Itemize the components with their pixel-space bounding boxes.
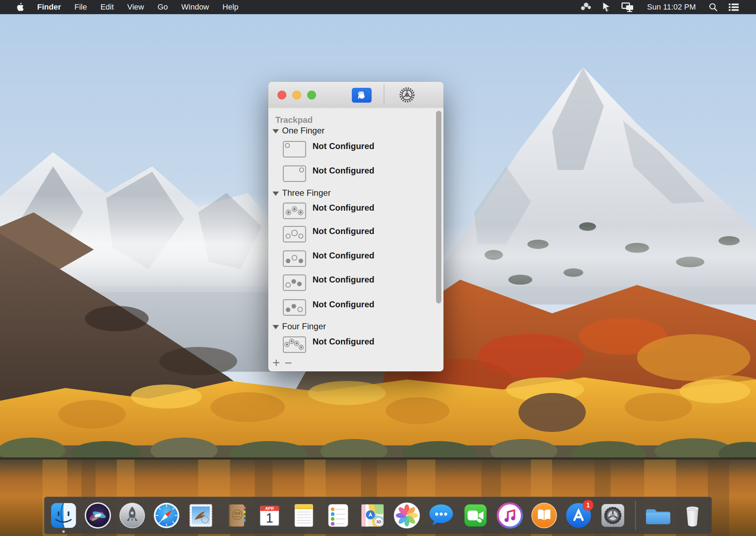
maps-icon: 3D [359, 502, 386, 529]
messages-icon [428, 502, 455, 529]
running-indicator [62, 530, 65, 533]
gesture-row[interactable]: Not Configured [283, 165, 374, 182]
displays-status[interactable] [622, 2, 634, 12]
four-finger-click-icon [283, 336, 306, 353]
trash-icon [679, 502, 706, 529]
dock-app-store[interactable]: 1 [565, 501, 593, 530]
menu-view[interactable]: View [121, 0, 151, 14]
menu-bar-left: Finder File Edit View Go Window Help [0, 0, 245, 14]
dock-contacts[interactable] [221, 501, 250, 530]
trackpad-hand-icon [356, 90, 368, 101]
zoom-button[interactable] [307, 91, 316, 99]
section-one-finger[interactable]: One Finger [273, 126, 325, 136]
three-finger-click-icon [283, 203, 306, 219]
dock-downloads-folder[interactable] [644, 501, 672, 530]
three-finger-left-click-icon [283, 299, 306, 316]
menu-bar-status: Sun 11:02 PM [580, 2, 756, 12]
remove-gesture-button[interactable]: − [285, 357, 292, 369]
svg-text:1: 1 [266, 511, 273, 525]
close-button[interactable] [277, 91, 286, 99]
spotlight-search[interactable] [709, 2, 718, 12]
menu-app-name[interactable]: Finder [30, 0, 68, 14]
menu-go[interactable]: Go [151, 0, 174, 14]
gesture-row[interactable]: Not Configured [283, 141, 374, 158]
gesture-row[interactable]: Not Configured [283, 226, 374, 243]
gesture-row[interactable]: Not Configured [283, 336, 374, 353]
pointer-status[interactable] [602, 2, 611, 12]
menu-bar: Finder File Edit View Go Window Help Sun [0, 0, 756, 14]
siri-icon [84, 502, 112, 529]
gear-icon [399, 86, 416, 103]
traffic-lights [277, 82, 316, 108]
gesture-app-status[interactable] [580, 2, 591, 12]
search-icon [709, 2, 718, 12]
displays-icon [622, 2, 634, 12]
gesture-action-label: Not Configured [313, 300, 374, 309]
window-titlebar[interactable] [268, 82, 443, 108]
menu-clock[interactable]: Sun 11:02 PM [645, 2, 698, 12]
dock: APR 1 [44, 497, 712, 534]
mail-icon [187, 502, 215, 529]
gesture-action-label: Not Configured [313, 275, 374, 285]
disclosure-triangle-icon[interactable] [273, 129, 279, 133]
dock-notes[interactable] [290, 501, 318, 530]
disclosure-triangle-icon[interactable] [273, 325, 279, 329]
apple-logo-icon [16, 2, 24, 12]
pointer-icon [602, 2, 611, 12]
menu-file[interactable]: File [68, 0, 93, 14]
dock-siri[interactable] [84, 501, 112, 530]
gesture-settings-window: Trackpad One Finger Not Configured Not C… [268, 82, 443, 371]
dock-calendar[interactable]: APR 1 [256, 501, 284, 530]
toolbar-settings-tab[interactable] [399, 86, 416, 103]
list-title: Trackpad [275, 115, 313, 125]
apple-menu[interactable] [10, 2, 30, 12]
app-store-badge: 1 [583, 500, 594, 511]
disclosure-triangle-icon[interactable] [273, 192, 279, 196]
toolbar-trackpad-tab[interactable] [352, 88, 372, 103]
dock-itunes[interactable] [496, 501, 524, 530]
gesture-row[interactable]: Not Configured [283, 299, 374, 316]
facetime-icon [462, 502, 489, 529]
gesture-action-label: Not Configured [313, 166, 374, 176]
dock-reminders[interactable] [324, 501, 353, 530]
gesture-action-label: Not Configured [313, 141, 374, 151]
section-label: One Finger [282, 126, 325, 136]
three-finger-right-click-icon [283, 274, 306, 291]
dock-maps[interactable]: 3D [359, 501, 387, 530]
reminders-icon [325, 502, 352, 529]
section-three-finger[interactable]: Three Finger [273, 188, 331, 198]
dock-photos[interactable] [393, 501, 421, 530]
dock-messages[interactable] [427, 501, 456, 530]
section-four-finger[interactable]: Four Finger [273, 321, 326, 331]
section-label: Four Finger [282, 321, 326, 331]
svg-text:APR: APR [265, 506, 274, 511]
dock-system-preferences[interactable] [599, 501, 627, 530]
gesture-row[interactable]: Not Configured [283, 250, 374, 267]
scrollbar-thumb[interactable] [436, 111, 441, 303]
system-preferences-icon [599, 502, 627, 529]
trackpad-top-left-corner-icon [283, 141, 306, 158]
dock-mail[interactable] [187, 501, 215, 530]
dock-facetime[interactable] [462, 501, 490, 530]
svg-text:3D: 3D [376, 520, 381, 524]
minimize-button[interactable] [292, 91, 301, 99]
books-icon [531, 502, 558, 529]
add-gesture-button[interactable]: + [273, 357, 280, 369]
photos-icon [393, 502, 421, 529]
gesture-row[interactable]: Not Configured [283, 203, 374, 219]
dock-trash[interactable] [678, 501, 707, 530]
menu-help[interactable]: Help [216, 0, 245, 14]
finder-icon [50, 502, 78, 529]
dock-safari[interactable] [153, 501, 181, 530]
gesture-dots-icon [580, 2, 591, 12]
gesture-action-label: Not Configured [313, 337, 374, 347]
gesture-row[interactable]: Not Configured [283, 274, 374, 291]
menu-window[interactable]: Window [174, 0, 216, 14]
dock-launchpad[interactable] [118, 501, 147, 530]
dock-separator [635, 501, 636, 530]
dock-books[interactable] [530, 501, 559, 530]
toolbar-separator [384, 85, 384, 105]
dock-finder[interactable] [50, 501, 78, 530]
menu-edit[interactable]: Edit [94, 0, 121, 14]
notification-center[interactable] [728, 3, 739, 11]
